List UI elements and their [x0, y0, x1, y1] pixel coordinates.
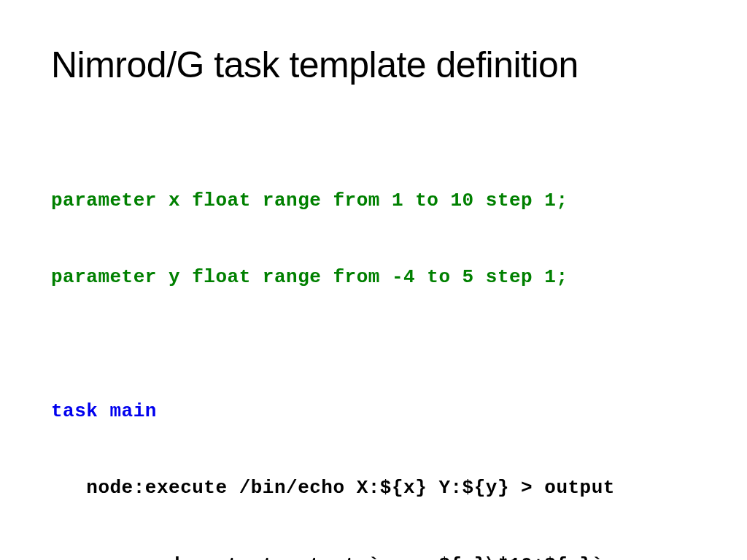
- code-param-x: parameter x float range from 1 to 10 ste…: [51, 188, 696, 214]
- code-body-line-2: copy node:output output.`expr ${y}\*10+$…: [51, 553, 696, 561]
- code-task-keyword: task main: [51, 399, 696, 424]
- slide-title: Nimrod/G task template definition: [51, 44, 696, 86]
- slide-container: Nimrod/G task template definition parame…: [0, 0, 747, 560]
- code-param-y: parameter y float range from -4 to 5 ste…: [51, 265, 696, 290]
- code-block: parameter x float range from 1 to 10 ste…: [51, 137, 696, 560]
- code-body-line-1: node:execute /bin/echo X:${x} Y:${y} > o…: [51, 475, 696, 501]
- code-gap: [51, 342, 696, 348]
